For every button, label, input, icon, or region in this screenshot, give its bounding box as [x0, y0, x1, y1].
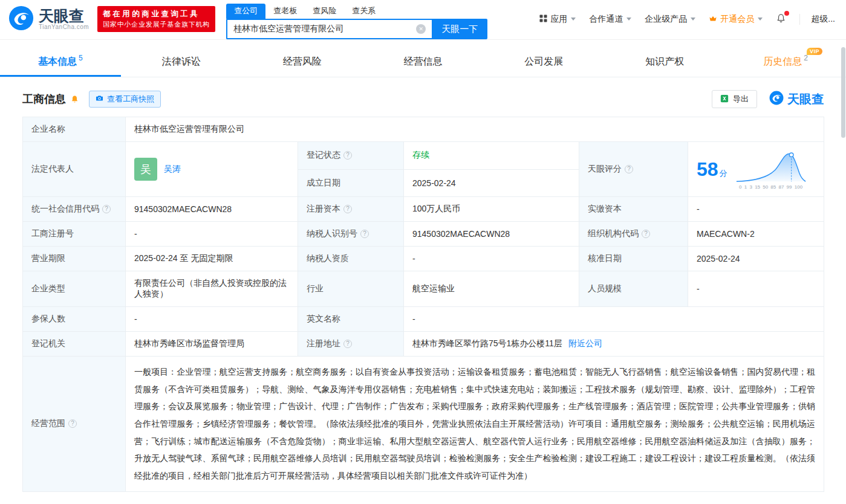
tab-legal-proceedings[interactable]: 法律诉讼 — [121, 47, 242, 77]
search-box — [226, 19, 432, 39]
search-type-tabs: 查公司 查老板 查风险 查关系 — [226, 4, 487, 19]
score-distribution-chart: 0 1 3 15 50 85 87 99 100 — [732, 149, 810, 190]
reg-capital-label: 注册资本 — [298, 197, 404, 222]
insured-count-value: - — [126, 307, 298, 332]
tianyancha-logo-icon — [769, 91, 784, 108]
company-type-value: 有限责任公司（非自然人投资或控股的法人独资） — [126, 271, 298, 307]
tab-intellectual-property[interactable]: 知识产权 — [604, 47, 725, 77]
nav-apps[interactable]: 应用 — [539, 14, 576, 25]
row-legal-rep-status: 法定代表人 吴 吴涛 登记状态 存续 天眼评分 5 — [23, 142, 824, 170]
legal-rep-label: 法定代表人 — [23, 142, 126, 197]
legal-rep-avatar[interactable]: 吴 — [134, 158, 157, 181]
help-icon[interactable] — [343, 340, 352, 348]
reg-address-label: 注册地址 — [298, 332, 404, 357]
search-tab-risk[interactable]: 查风险 — [305, 4, 344, 19]
tianyancha-logo[interactable]: 天眼查 TianYanCha.com — [8, 5, 89, 33]
nav-user-account[interactable]: 超级... — [799, 14, 835, 25]
tab-operation-info[interactable]: 经营信息 — [363, 47, 484, 77]
business-scope-value: 一般项目：企业管理；航空运营支持服务；航空商务服务；以自有资金从事投资活动；运输… — [126, 357, 824, 492]
row-credit-code: 统一社会信用代码 91450302MAECACWN28 注册资本 100万人民币… — [23, 197, 824, 222]
company-name-value: 桂林市低空运营管理有限公司 — [126, 117, 824, 142]
english-name-value: - — [404, 307, 824, 332]
industry-value: 航空运输业 — [404, 271, 579, 307]
approval-date-label: 核准日期 — [579, 247, 688, 271]
score-label: 天眼评分 — [579, 142, 688, 197]
tab-company-development[interactable]: 公司发展 — [483, 47, 604, 77]
brand-name: 天眼查 — [787, 91, 824, 108]
help-icon[interactable] — [343, 205, 352, 213]
help-icon[interactable] — [360, 230, 369, 238]
slogan-line-2: 国家中小企业发展子基金旗下机构 — [103, 20, 210, 29]
help-icon[interactable] — [625, 165, 633, 173]
legal-rep-link[interactable]: 吴涛 — [164, 164, 181, 175]
reg-authority-label: 登记机关 — [23, 332, 126, 357]
grid-icon — [539, 15, 547, 24]
staff-size-value: - — [688, 271, 824, 307]
help-icon[interactable] — [68, 419, 77, 428]
tab-basic-info[interactable]: 基本信息 5 — [0, 47, 121, 77]
top-header: 天眼查 TianYanCha.com 都在用的商业查询工具 国家中小企业发展子基… — [0, 0, 846, 40]
credit-code-value: 91450302MAECACWN28 — [126, 197, 298, 222]
tianyancha-logo-icon — [8, 5, 34, 33]
insured-count-label: 参保人数 — [23, 307, 126, 332]
nearby-companies-link[interactable]: 附近公司 — [568, 338, 602, 348]
paid-capital-value: - — [688, 197, 824, 222]
score-chart-axis: 0 1 3 15 50 85 87 99 100 — [739, 184, 802, 190]
tab-history-info[interactable]: 历史信息 2 VIP — [725, 47, 846, 77]
nav-enterprise-products[interactable]: 企业级产品 — [645, 14, 695, 25]
notification-bell[interactable] — [776, 13, 786, 25]
export-button[interactable]: 导出 — [712, 90, 757, 108]
row-company-type: 企业类型 有限责任公司（非自然人投资或控股的法人独资） 行业 航空运输业 人员规… — [23, 271, 824, 307]
row-company-name: 企业名称 桂林市低空运营管理有限公司 — [23, 117, 824, 142]
help-icon[interactable] — [102, 205, 111, 213]
reg-capital-value: 100万人民币 — [404, 197, 579, 222]
company-type-label: 企业类型 — [23, 271, 126, 307]
row-business-scope: 经营范围 一般项目：企业管理；航空运营支持服务；航空商务服务；以自有资金从事投资… — [23, 357, 824, 492]
business-info-header: 工商信息 查看工商快照 — [22, 90, 824, 108]
reg-address-value: 桂林市秀峰区翠竹路75号1栋办公楼11层附近公司 — [404, 332, 824, 357]
chevron-down-icon — [571, 18, 576, 21]
help-icon[interactable] — [642, 230, 650, 238]
subscribe-bell-icon[interactable] — [70, 95, 79, 104]
logo-subtitle: TianYanCha.com — [39, 24, 89, 30]
excel-icon — [720, 94, 729, 105]
business-term-label: 营业期限 — [23, 247, 126, 271]
chevron-down-icon — [758, 18, 763, 21]
org-code-label: 组织机构代码 — [579, 222, 688, 247]
nav-cooperation[interactable]: 合作通道 — [589, 14, 631, 25]
status-badge: 存续 — [412, 150, 429, 160]
score-number: 58 — [697, 158, 718, 180]
search-area: 查公司 查老板 查风险 查关系 天眼一下 — [226, 4, 487, 39]
establish-date-label: 成立日期 — [298, 169, 404, 197]
score-value: 58分 — [688, 142, 824, 197]
notification-dot — [784, 11, 789, 16]
search-input[interactable] — [227, 24, 416, 34]
help-icon[interactable] — [343, 151, 352, 160]
vertical-scrollbar[interactable] — [841, 47, 845, 138]
business-scope-label: 经营范围 — [23, 357, 126, 492]
row-reg-authority: 登记机关 桂林市秀峰区市场监督管理局 注册地址 桂林市秀峰区翠竹路75号1栋办公… — [23, 332, 824, 357]
tab-operation-risk[interactable]: 经营风险 — [242, 47, 363, 77]
staff-size-label: 人员规模 — [579, 271, 688, 307]
reg-number-label: 工商注册号 — [23, 222, 126, 247]
camera-icon — [96, 94, 103, 104]
crown-icon — [709, 15, 717, 24]
search-tab-relation[interactable]: 查关系 — [344, 4, 383, 19]
taxpayer-quality-label: 纳税人资质 — [298, 247, 404, 271]
clear-search-icon[interactable] — [416, 24, 426, 34]
taxpayer-quality-value: - — [404, 247, 579, 271]
reg-authority-value: 桂林市秀峰区市场监督管理局 — [126, 332, 298, 357]
top-nav: 应用 合作通道 企业级产品 开通会员 — [539, 13, 835, 25]
section-title: 工商信息 — [22, 92, 66, 106]
nav-open-vip[interactable]: 开通会员 — [709, 14, 763, 25]
score-unit: 分 — [720, 169, 727, 178]
english-name-label: 英文名称 — [298, 307, 404, 332]
search-tab-boss[interactable]: 查老板 — [265, 4, 305, 19]
search-tab-company[interactable]: 查公司 — [226, 4, 265, 19]
chevron-down-icon — [691, 18, 695, 21]
chevron-down-icon — [626, 18, 631, 21]
view-snapshot-button[interactable]: 查看工商快照 — [89, 91, 161, 108]
row-insured-count: 参保人数 - 英文名称 - — [23, 307, 824, 332]
search-button[interactable]: 天眼一下 — [432, 19, 487, 39]
taxpayer-id-label: 纳税人识别号 — [298, 222, 404, 247]
